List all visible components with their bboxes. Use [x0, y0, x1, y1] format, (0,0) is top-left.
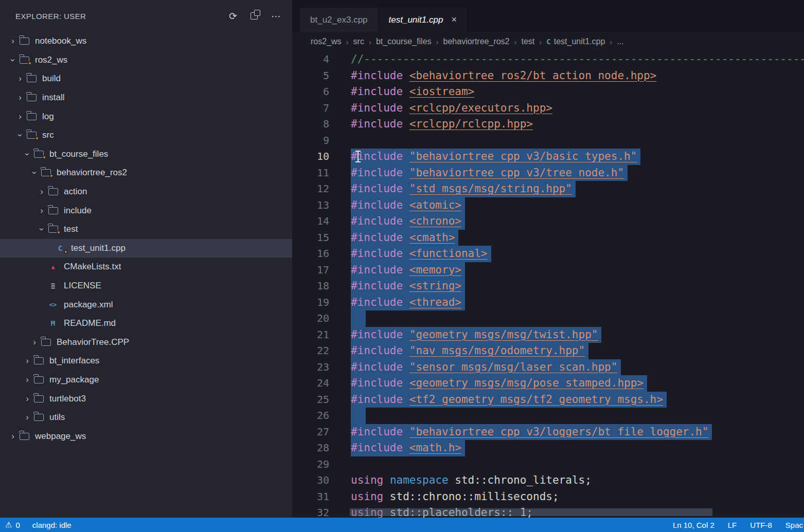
code-line-content[interactable]: #include <string> [351, 278, 465, 295]
chevron-right-icon[interactable]: › [14, 74, 26, 84]
warning-icon: ⚠ [5, 520, 12, 529]
cursor-position-status[interactable]: Ln 10, Col 2 [673, 521, 714, 529]
code-line-content[interactable] [351, 310, 366, 327]
tree-item-include[interactable]: ›include [0, 201, 292, 220]
chevron-right-icon[interactable]: › [14, 93, 26, 103]
code-line-content[interactable]: #include <memory> [351, 262, 465, 279]
line-number: 13 [292, 197, 329, 214]
clangd-status[interactable]: clangd: idle [32, 521, 72, 529]
folder-icon [19, 433, 30, 440]
chevron-right-icon[interactable]: › [36, 206, 47, 216]
code-line-content[interactable]: //--------------------------------------… [351, 51, 804, 68]
code-line-content[interactable]: #include <geometry_msgs/msg/pose_stamped… [351, 375, 647, 392]
tree-item-src[interactable]: ›src [0, 126, 292, 145]
code-line-content[interactable]: using namespace std::chrono_literals; [351, 472, 592, 489]
chevron-down-icon[interactable]: › [29, 167, 40, 178]
new-file-icon-shape [251, 12, 258, 20]
code-line-content[interactable]: #include "nav_msgs/msg/odometry.hpp" [351, 343, 588, 359]
tab-bt_u2_ex3.cpp[interactable]: bt_u2_ex3.cpp [300, 8, 379, 32]
chevron-right-icon[interactable]: › [22, 394, 33, 404]
tab-test_unit1.cpp[interactable]: test_unit1.cpp× [379, 8, 468, 32]
code-token: <iostream> [409, 85, 474, 98]
code-line-content[interactable]: #include "behaviortree_cpp_v3/tree_node.… [351, 165, 628, 181]
code-line-content[interactable]: #include <iostream> [351, 84, 474, 100]
close-tab-icon[interactable]: × [451, 14, 457, 25]
chevron-right-icon[interactable]: › [22, 356, 33, 366]
problems-status[interactable]: ⚠ 0 [5, 520, 20, 529]
breadcrumb-item-test_unit1.cpp[interactable]: Ctest_unit1.cpp [546, 37, 605, 46]
code-line-content[interactable]: #include <math.h> [351, 440, 465, 456]
code-line-content[interactable]: #include <functional> [351, 246, 491, 262]
code-line-content[interactable]: #include <cmath> [351, 230, 458, 246]
tree-item-notebook_ws[interactable]: ›notebook_ws [0, 32, 292, 51]
breadcrumb-item-...[interactable]: ... [617, 37, 623, 46]
line-number: 23 [292, 359, 329, 376]
line-number: 12 [292, 181, 329, 197]
eol-status[interactable]: LF [728, 521, 737, 529]
folder-icon [33, 357, 44, 364]
code-line-content[interactable]: #include <tf2_geometry_msgs/tf2_geometry… [351, 392, 667, 408]
tree-item-install[interactable]: ›install [0, 88, 292, 107]
code-line-content[interactable]: #include <behaviortree_ros2/bt_action_no… [351, 68, 656, 84]
breadcrumb-item-src[interactable]: src [353, 37, 364, 46]
chevron-down-icon[interactable]: › [22, 149, 32, 160]
code-line-content[interactable] [351, 408, 366, 424]
tree-item-test[interactable]: ›test [0, 220, 292, 239]
tree-item-LICENSE[interactable]: ≣LICENSE [0, 277, 292, 296]
chevron-right-icon[interactable]: › [36, 187, 47, 197]
tree-item-README.md[interactable]: MREADME.md [0, 314, 292, 333]
tree-item-behaviortree_ros2[interactable]: ›behaviortree_ros2 [0, 163, 292, 182]
tree-item-BehaviorTree.CPP[interactable]: ›BehaviorTree.CPP [0, 333, 292, 352]
tree-item-my_package[interactable]: ›my_package [0, 371, 292, 390]
breadcrumb-item-test[interactable]: test [522, 37, 535, 46]
tree-item-webpage_ws[interactable]: ›webpage_ws [0, 427, 292, 446]
tree-item-turtlebot3[interactable]: ›turtlebot3 [0, 389, 292, 408]
code-line-content[interactable]: #include "sensor_msgs/msg/laser_scan.hpp… [351, 359, 621, 376]
chevron-down-icon[interactable]: › [8, 54, 18, 66]
code-line-content[interactable]: #include "behaviortree_cpp_v3/basic_type… [351, 149, 640, 165]
folder-icon [19, 57, 30, 64]
breadcrumb-item-ros2_ws[interactable]: ros2_ws [311, 37, 342, 46]
tree-item-log[interactable]: ›log [0, 107, 292, 126]
tree-item-bt_interfaces[interactable]: ›bt_interfaces [0, 352, 292, 371]
breadcrumb-item-behaviortree_ros2[interactable]: behaviortree_ros2 [443, 37, 510, 46]
new-file-icon[interactable] [251, 12, 258, 20]
tree-item-build[interactable]: ›build [0, 69, 292, 88]
code-token: using [351, 474, 383, 486]
tree-item-CMakeLists.txt[interactable]: ▲CMakeLists.txt [0, 258, 292, 277]
tree-item-bt_course_files[interactable]: ›bt_course_files [0, 145, 292, 164]
code-line-content[interactable]: using std::chrono::milliseconds; [351, 489, 559, 505]
chevron-right-icon[interactable]: › [7, 36, 19, 46]
horizontal-scrollbar[interactable] [350, 508, 712, 516]
code-line-content[interactable]: #include "std_msgs/msg/string.hpp" [351, 181, 576, 197]
code-line-content[interactable]: #include <atomic> [351, 197, 465, 214]
line-number: 17 [292, 262, 329, 279]
chevron-right-icon[interactable]: › [22, 412, 33, 423]
chevron-right-icon[interactable]: › [14, 112, 26, 122]
tree-item-utils[interactable]: ›utils [0, 408, 292, 427]
chevron-right-icon[interactable]: › [7, 431, 19, 442]
chevron-down-icon[interactable]: › [37, 224, 47, 235]
chevron-down-icon[interactable]: › [15, 130, 25, 141]
code-line-content[interactable]: #include <rclcpp/rclcpp.hpp> [351, 116, 533, 133]
breadcrumb-item-bt_course_files[interactable]: bt_course_files [376, 37, 432, 46]
more-actions-icon[interactable]: ⋯ [271, 11, 281, 21]
chevron-right-icon[interactable]: › [29, 337, 40, 347]
tree-item-ros2_ws[interactable]: ›ros2_ws [0, 51, 292, 70]
tree-item-package.xml[interactable]: <>package.xml [0, 295, 292, 314]
tree-item-test_unit1.cpp[interactable]: Ctest_unit1.cpp [0, 239, 292, 258]
code-line-content[interactable]: #include "geometry_msgs/msg/twist.hpp" [351, 327, 601, 343]
code-line-content[interactable]: #include "behaviortree_cpp_v3/loggers/bt… [351, 424, 712, 441]
chevron-right-icon[interactable]: › [22, 375, 33, 385]
line-number: 32 [292, 505, 329, 518]
code-line-content[interactable]: #include <rclcpp/executors.hpp> [351, 100, 552, 117]
cmake-file-icon: ▲ [47, 263, 59, 270]
refresh-icon[interactable]: ⟳ [229, 11, 237, 21]
line-number: 10 [292, 149, 329, 165]
indentation-status[interactable]: Spac [785, 521, 803, 529]
code-line-content[interactable]: #include <thread> [351, 295, 465, 311]
code-line-content[interactable]: #include <chrono> [351, 213, 465, 230]
encoding-status[interactable]: UTF-8 [750, 521, 772, 529]
line-number: 6 [292, 84, 329, 100]
tree-item-action[interactable]: ›action [0, 182, 292, 201]
